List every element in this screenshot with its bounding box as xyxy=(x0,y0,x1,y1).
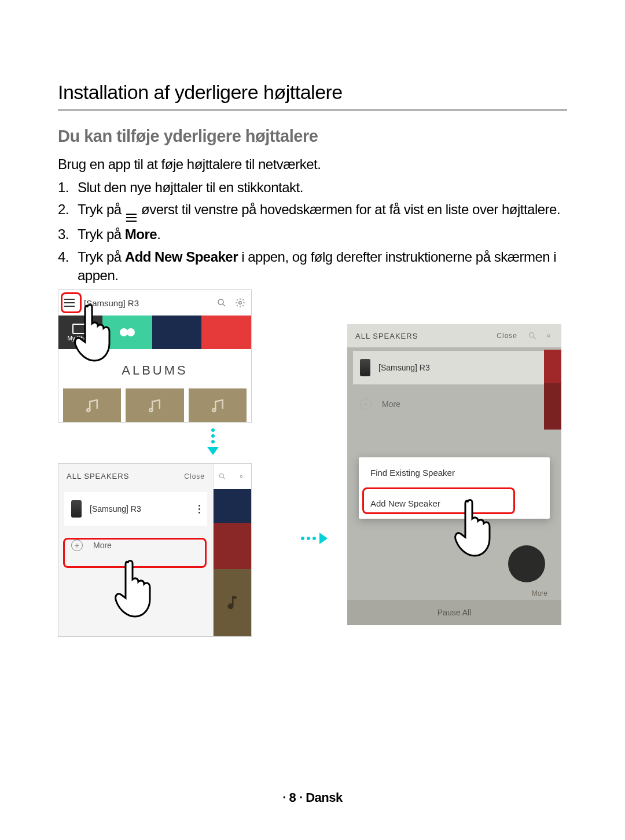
music-note-icon xyxy=(223,594,241,611)
hamburger-icon xyxy=(126,214,137,222)
album-tile[interactable] xyxy=(189,388,247,423)
plus-icon: + xyxy=(71,540,83,551)
fab-label: More xyxy=(532,589,547,597)
svg-point-9 xyxy=(530,333,534,338)
arrow-right-icon xyxy=(301,533,328,544)
more-options-icon[interactable] xyxy=(198,505,200,513)
source-tile-red[interactable] xyxy=(201,316,251,349)
screenshot-popup: ALL SPEAKERS Close [Samsung] R3 + More F… xyxy=(347,324,561,625)
more-row[interactable]: + More xyxy=(353,390,556,418)
close-button[interactable]: Close xyxy=(184,472,205,480)
pointer-hand-icon xyxy=(450,496,508,559)
speaker-icon xyxy=(71,500,82,518)
svg-point-8 xyxy=(241,475,243,478)
step-2: Tryk på øverst til venstre på hovedskærm… xyxy=(58,200,567,222)
search-icon[interactable] xyxy=(216,298,227,308)
drawer-title: ALL SPEAKERS xyxy=(355,332,418,340)
svg-line-10 xyxy=(534,337,535,339)
close-button[interactable]: Close xyxy=(497,332,517,340)
step-4-bold: Add New Speaker xyxy=(125,249,238,265)
background-strip xyxy=(212,464,251,636)
speaker-name: [Samsung] R3 xyxy=(90,504,141,513)
svg-point-3 xyxy=(87,409,90,412)
step-2-a: Tryk på xyxy=(78,201,125,217)
speaker-name: [Samsung] R3 xyxy=(378,363,430,372)
album-tile[interactable] xyxy=(126,388,183,423)
more-label: More xyxy=(382,399,400,409)
screenshot-home: [Samsung] R3 My Phone ALBUMS xyxy=(58,289,252,423)
svg-point-6 xyxy=(219,474,223,478)
fab-button[interactable] xyxy=(508,545,545,582)
step-4-a: Tryk på xyxy=(78,249,125,265)
speaker-icon xyxy=(360,359,370,376)
svg-line-1 xyxy=(223,304,225,306)
svg-point-2 xyxy=(239,302,242,305)
find-existing-option[interactable]: Find Existing Speaker xyxy=(359,457,550,488)
album-tile[interactable] xyxy=(63,388,121,423)
step-3-c: . xyxy=(157,226,160,242)
svg-point-5 xyxy=(212,409,215,412)
intro-text: Brug en app til at føje højttalere til n… xyxy=(58,156,567,173)
step-1: Slut den nye højttaler til en stikkontak… xyxy=(58,178,567,197)
svg-point-4 xyxy=(150,409,153,412)
source-tile-navy[interactable] xyxy=(152,316,202,349)
step-3-a: Tryk på xyxy=(78,226,125,242)
page-subtitle: Du kan tilføje yderligere højttalere xyxy=(58,127,567,146)
speaker-item[interactable]: [Samsung] R3 xyxy=(353,351,556,384)
svg-line-7 xyxy=(223,478,225,479)
plus-icon: + xyxy=(360,398,372,410)
page-title: Installation af yderligere højttalere xyxy=(58,81,567,111)
step-3: Tryk på More. xyxy=(58,225,567,244)
gear-icon[interactable] xyxy=(235,298,245,308)
search-icon xyxy=(218,472,226,480)
arrow-down-icon xyxy=(207,428,219,455)
svg-point-0 xyxy=(218,299,223,305)
search-icon xyxy=(528,331,537,340)
step-3-bold: More xyxy=(125,226,157,242)
background-strip xyxy=(544,324,561,440)
pointer-hand-icon xyxy=(111,556,168,620)
pause-all-button[interactable]: Pause All xyxy=(347,600,561,625)
steps-list: Slut den nye højttaler til en stikkontak… xyxy=(58,178,567,285)
more-label: More xyxy=(93,541,112,550)
screenshot-drawer: ALL SPEAKERS Close [Samsung] R3 + More xyxy=(58,463,252,637)
pointer-hand-icon xyxy=(70,300,128,364)
step-2-b: øverst til venstre på hovedskærmen for a… xyxy=(141,201,560,217)
gear-icon xyxy=(237,472,245,480)
album-row xyxy=(58,388,251,414)
speaker-item[interactable]: [Samsung] R3 xyxy=(64,492,207,526)
drawer-title: ALL SPEAKERS xyxy=(67,472,129,480)
step-4: Tryk på Add New Speaker i appen, og følg… xyxy=(58,248,567,285)
more-row[interactable]: + More xyxy=(64,531,207,559)
page-footer: · 8 · Dansk xyxy=(0,790,625,805)
